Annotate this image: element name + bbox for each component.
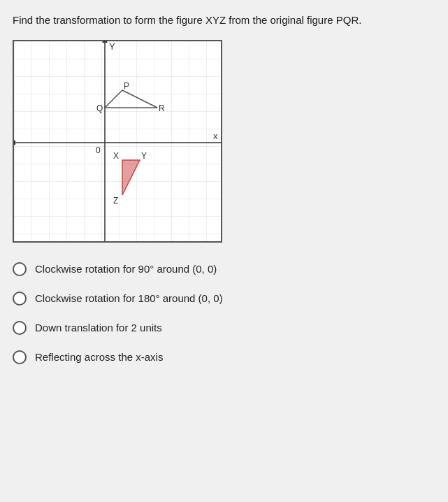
option-1-label: Clockwise rotation for 90° around (0, 0)	[35, 263, 217, 275]
svg-marker-5	[102, 41, 108, 43]
svg-text:X: X	[113, 151, 119, 161]
question-text: Find the transformation to form the figu…	[13, 13, 435, 29]
radio-4[interactable]	[13, 350, 27, 364]
svg-text:Q: Q	[96, 103, 103, 113]
option-2[interactable]: Clockwise rotation for 180° around (0, 0…	[13, 292, 435, 306]
coordinate-graph: Y x 0 P Q R X Y Z	[13, 40, 222, 243]
svg-text:0: 0	[96, 145, 101, 155]
option-3-label: Down translation for 2 units	[35, 322, 162, 334]
svg-text:P: P	[124, 81, 129, 91]
option-2-label: Clockwise rotation for 180° around (0, 0…	[35, 292, 223, 304]
option-4-label: Reflecting across the x-axis	[35, 351, 163, 363]
svg-text:Y: Y	[109, 41, 115, 52]
option-4[interactable]: Reflecting across the x-axis	[13, 350, 435, 364]
graph-svg: Y x 0 P Q R X Y Z	[14, 41, 222, 243]
radio-2[interactable]	[13, 292, 27, 306]
option-1[interactable]: Clockwise rotation for 90° around (0, 0)	[13, 262, 435, 276]
option-3[interactable]: Down translation for 2 units	[13, 321, 435, 335]
svg-rect-0	[14, 41, 222, 243]
svg-text:Z: Z	[113, 196, 118, 206]
svg-marker-4	[14, 140, 15, 145]
radio-1[interactable]	[13, 262, 27, 276]
svg-text:R: R	[159, 103, 165, 113]
answer-options: Clockwise rotation for 90° around (0, 0)…	[13, 262, 435, 364]
radio-3[interactable]	[13, 321, 27, 335]
svg-text:Y: Y	[141, 151, 147, 161]
svg-text:x: x	[213, 131, 218, 141]
